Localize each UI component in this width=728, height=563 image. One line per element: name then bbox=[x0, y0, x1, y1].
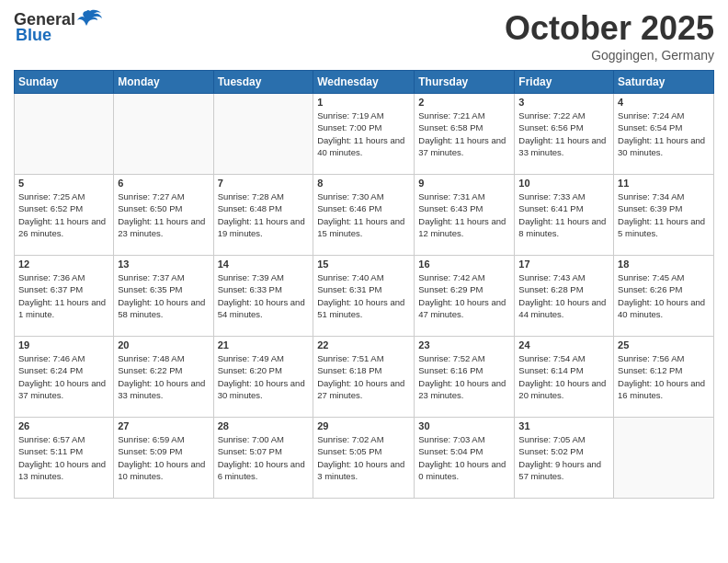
table-row bbox=[114, 94, 213, 175]
day-number: 3 bbox=[518, 97, 609, 108]
header-thursday: Thursday bbox=[415, 71, 515, 94]
table-row: 16Sunrise: 7:42 AM Sunset: 6:29 PM Dayli… bbox=[415, 256, 515, 337]
table-row: 21Sunrise: 7:49 AM Sunset: 6:20 PM Dayli… bbox=[213, 337, 313, 418]
day-number: 19 bbox=[18, 339, 109, 350]
table-row bbox=[614, 418, 714, 499]
calendar-week-row: 19Sunrise: 7:46 AM Sunset: 6:24 PM Dayli… bbox=[15, 337, 714, 418]
month-title: October 2025 bbox=[505, 9, 714, 48]
logo-bird-icon bbox=[77, 9, 103, 29]
page-container: General Blue October 2025 Goggingen, Ger… bbox=[0, 0, 728, 508]
table-row: 17Sunrise: 7:43 AM Sunset: 6:28 PM Dayli… bbox=[515, 256, 614, 337]
cell-info: Sunrise: 7:56 AM Sunset: 6:12 PM Dayligh… bbox=[618, 352, 710, 401]
day-number: 17 bbox=[518, 259, 609, 270]
cell-info: Sunrise: 7:42 AM Sunset: 6:29 PM Dayligh… bbox=[418, 271, 510, 320]
table-row: 28Sunrise: 7:00 AM Sunset: 5:07 PM Dayli… bbox=[213, 418, 313, 499]
day-number: 12 bbox=[18, 259, 109, 270]
day-number: 14 bbox=[218, 259, 310, 270]
cell-info: Sunrise: 7:33 AM Sunset: 6:41 PM Dayligh… bbox=[518, 190, 609, 239]
cell-info: Sunrise: 7:31 AM Sunset: 6:43 PM Dayligh… bbox=[418, 190, 510, 239]
table-row: 2Sunrise: 7:21 AM Sunset: 6:58 PM Daylig… bbox=[415, 94, 515, 175]
day-number: 22 bbox=[317, 339, 410, 350]
day-number: 21 bbox=[218, 339, 310, 350]
header-monday: Monday bbox=[114, 71, 213, 94]
cell-info: Sunrise: 7:21 AM Sunset: 6:58 PM Dayligh… bbox=[418, 109, 510, 158]
header-friday: Friday bbox=[515, 71, 614, 94]
table-row: 19Sunrise: 7:46 AM Sunset: 6:24 PM Dayli… bbox=[15, 337, 114, 418]
title-block: October 2025 Goggingen, Germany bbox=[505, 9, 714, 63]
day-number: 25 bbox=[618, 339, 710, 350]
cell-info: Sunrise: 7:43 AM Sunset: 6:28 PM Dayligh… bbox=[518, 271, 609, 320]
calendar-week-row: 26Sunrise: 6:57 AM Sunset: 5:11 PM Dayli… bbox=[15, 418, 714, 499]
table-row bbox=[15, 94, 114, 175]
calendar-week-row: 1Sunrise: 7:19 AM Sunset: 7:00 PM Daylig… bbox=[15, 94, 714, 175]
table-row: 15Sunrise: 7:40 AM Sunset: 6:31 PM Dayli… bbox=[313, 256, 415, 337]
calendar-table: Sunday Monday Tuesday Wednesday Thursday… bbox=[14, 70, 714, 499]
header-saturday: Saturday bbox=[614, 71, 714, 94]
table-row: 11Sunrise: 7:34 AM Sunset: 6:39 PM Dayli… bbox=[614, 175, 714, 256]
table-row: 27Sunrise: 6:59 AM Sunset: 5:09 PM Dayli… bbox=[114, 418, 213, 499]
table-row: 31Sunrise: 7:05 AM Sunset: 5:02 PM Dayli… bbox=[515, 418, 614, 499]
table-row: 14Sunrise: 7:39 AM Sunset: 6:33 PM Dayli… bbox=[213, 256, 313, 337]
day-number: 5 bbox=[18, 178, 109, 189]
table-row: 25Sunrise: 7:56 AM Sunset: 6:12 PM Dayli… bbox=[614, 337, 714, 418]
table-row: 9Sunrise: 7:31 AM Sunset: 6:43 PM Daylig… bbox=[415, 175, 515, 256]
day-number: 31 bbox=[518, 420, 609, 431]
cell-info: Sunrise: 7:36 AM Sunset: 6:37 PM Dayligh… bbox=[18, 271, 109, 320]
table-row: 1Sunrise: 7:19 AM Sunset: 7:00 PM Daylig… bbox=[313, 94, 415, 175]
day-number: 16 bbox=[418, 259, 510, 270]
day-number: 18 bbox=[618, 259, 710, 270]
cell-info: Sunrise: 7:00 AM Sunset: 5:07 PM Dayligh… bbox=[218, 433, 310, 482]
table-row: 10Sunrise: 7:33 AM Sunset: 6:41 PM Dayli… bbox=[515, 175, 614, 256]
table-row: 6Sunrise: 7:27 AM Sunset: 6:50 PM Daylig… bbox=[114, 175, 213, 256]
logo-blue-text: Blue bbox=[16, 26, 51, 45]
table-row: 23Sunrise: 7:52 AM Sunset: 6:16 PM Dayli… bbox=[415, 337, 515, 418]
cell-info: Sunrise: 7:30 AM Sunset: 6:46 PM Dayligh… bbox=[317, 190, 410, 239]
day-number: 4 bbox=[618, 97, 710, 108]
table-row: 26Sunrise: 6:57 AM Sunset: 5:11 PM Dayli… bbox=[15, 418, 114, 499]
cell-info: Sunrise: 7:02 AM Sunset: 5:05 PM Dayligh… bbox=[317, 433, 410, 482]
header: General Blue October 2025 Goggingen, Ger… bbox=[14, 9, 714, 63]
cell-info: Sunrise: 7:22 AM Sunset: 6:56 PM Dayligh… bbox=[518, 109, 609, 158]
cell-info: Sunrise: 7:25 AM Sunset: 6:52 PM Dayligh… bbox=[18, 190, 109, 239]
cell-info: Sunrise: 6:57 AM Sunset: 5:11 PM Dayligh… bbox=[18, 433, 109, 482]
table-row bbox=[213, 94, 313, 175]
cell-info: Sunrise: 7:03 AM Sunset: 5:04 PM Dayligh… bbox=[418, 433, 510, 482]
header-tuesday: Tuesday bbox=[213, 71, 313, 94]
cell-info: Sunrise: 7:37 AM Sunset: 6:35 PM Dayligh… bbox=[118, 271, 209, 320]
day-number: 13 bbox=[118, 259, 209, 270]
day-number: 7 bbox=[218, 178, 310, 189]
location-subtitle: Goggingen, Germany bbox=[505, 48, 714, 63]
table-row: 29Sunrise: 7:02 AM Sunset: 5:05 PM Dayli… bbox=[313, 418, 415, 499]
table-row: 4Sunrise: 7:24 AM Sunset: 6:54 PM Daylig… bbox=[614, 94, 714, 175]
cell-info: Sunrise: 7:46 AM Sunset: 6:24 PM Dayligh… bbox=[18, 352, 109, 401]
table-row: 20Sunrise: 7:48 AM Sunset: 6:22 PM Dayli… bbox=[114, 337, 213, 418]
day-number: 9 bbox=[418, 178, 510, 189]
day-number: 29 bbox=[317, 420, 410, 431]
cell-info: Sunrise: 7:51 AM Sunset: 6:18 PM Dayligh… bbox=[317, 352, 410, 401]
cell-info: Sunrise: 7:28 AM Sunset: 6:48 PM Dayligh… bbox=[218, 190, 310, 239]
cell-info: Sunrise: 7:40 AM Sunset: 6:31 PM Dayligh… bbox=[317, 271, 410, 320]
day-number: 11 bbox=[618, 178, 710, 189]
header-wednesday: Wednesday bbox=[313, 71, 415, 94]
cell-info: Sunrise: 7:05 AM Sunset: 5:02 PM Dayligh… bbox=[518, 433, 609, 482]
table-row: 30Sunrise: 7:03 AM Sunset: 5:04 PM Dayli… bbox=[415, 418, 515, 499]
cell-info: Sunrise: 7:39 AM Sunset: 6:33 PM Dayligh… bbox=[218, 271, 310, 320]
table-row: 24Sunrise: 7:54 AM Sunset: 6:14 PM Dayli… bbox=[515, 337, 614, 418]
day-number: 8 bbox=[317, 178, 410, 189]
day-number: 28 bbox=[218, 420, 310, 431]
day-number: 10 bbox=[518, 178, 609, 189]
table-row: 8Sunrise: 7:30 AM Sunset: 6:46 PM Daylig… bbox=[313, 175, 415, 256]
table-row: 22Sunrise: 7:51 AM Sunset: 6:18 PM Dayli… bbox=[313, 337, 415, 418]
cell-info: Sunrise: 7:49 AM Sunset: 6:20 PM Dayligh… bbox=[218, 352, 310, 401]
cell-info: Sunrise: 7:48 AM Sunset: 6:22 PM Dayligh… bbox=[118, 352, 209, 401]
cell-info: Sunrise: 7:52 AM Sunset: 6:16 PM Dayligh… bbox=[418, 352, 510, 401]
table-row: 3Sunrise: 7:22 AM Sunset: 6:56 PM Daylig… bbox=[515, 94, 614, 175]
cell-info: Sunrise: 7:24 AM Sunset: 6:54 PM Dayligh… bbox=[618, 109, 710, 158]
header-sunday: Sunday bbox=[15, 71, 114, 94]
table-row: 7Sunrise: 7:28 AM Sunset: 6:48 PM Daylig… bbox=[213, 175, 313, 256]
logo: General Blue bbox=[14, 9, 103, 45]
day-number: 26 bbox=[18, 420, 109, 431]
table-row: 13Sunrise: 7:37 AM Sunset: 6:35 PM Dayli… bbox=[114, 256, 213, 337]
day-number: 30 bbox=[418, 420, 510, 431]
day-number: 2 bbox=[418, 97, 510, 108]
